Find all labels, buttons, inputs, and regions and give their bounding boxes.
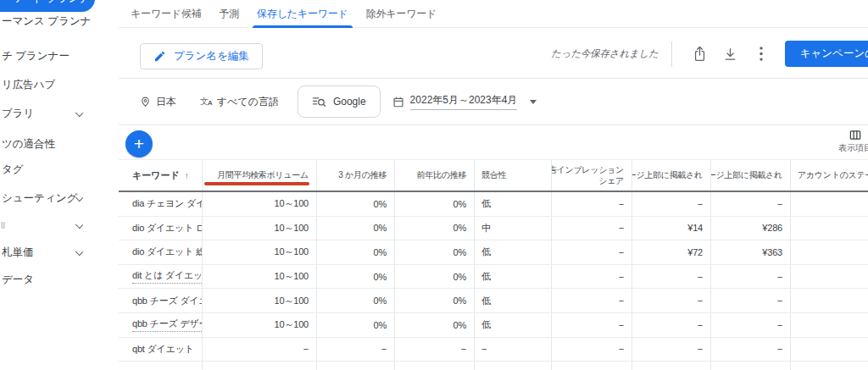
- tab-bar: キーワード候補 予測 保存したキーワード 除外キーワード: [119, 0, 868, 28]
- column-header-account-status[interactable]: アカウントのステータス: [790, 160, 868, 191]
- filter-bar: 日本 文A すべての言語 Google 2022年5月～2023年4月: [119, 79, 868, 125]
- top-bid-high-cell: −: [710, 265, 790, 289]
- annotation-red-underline: [204, 182, 309, 185]
- trend-yoy-cell: 0%: [394, 240, 474, 264]
- account-status-cell: [790, 289, 868, 312]
- trend-3m-cell: 0%: [316, 265, 394, 289]
- toolbar-right-group: たった今保存されました キャンペーンの作成: [551, 41, 868, 67]
- volume-cell: 10～100: [202, 217, 316, 240]
- keyword-cell[interactable]: dit とは ダイエット: [132, 269, 202, 284]
- tab-forecast[interactable]: 予測: [219, 0, 239, 28]
- search-network-icon: [312, 96, 326, 108]
- create-campaign-button[interactable]: キャンペーンの作成: [785, 41, 868, 67]
- impression-share-cell: −: [551, 313, 632, 337]
- sidebar-item-unlabeled[interactable]: [0, 218, 117, 233]
- plus-icon: +: [134, 134, 144, 154]
- sidebar-item-tag[interactable]: タグ: [0, 162, 117, 177]
- volume-cell: 10～100: [202, 265, 316, 289]
- account-status-cell: [790, 192, 868, 216]
- keyword-cell: qbt ダイエット: [132, 343, 194, 356]
- table-row[interactable]: dia チェヨン ダイ... 10～100 0% 0% 低 − − −: [119, 192, 868, 217]
- table-toolbar: + 表示項目: [119, 125, 868, 159]
- impression-share-cell: −: [551, 192, 632, 216]
- columns-control[interactable]: 表示項目: [826, 129, 868, 154]
- top-bid-high-cell: ¥363: [710, 240, 790, 264]
- column-header-top-of-page-bid-low[interactable]: ページ上部に掲載され: [632, 160, 710, 191]
- table-row[interactable]: qbb チーズ デザー... 10～100 0% 0% 低 − − −: [119, 313, 868, 338]
- sidebar-item-data[interactable]: データ: [0, 272, 117, 287]
- table-row[interactable]: dio ダイエット 総額 10～100 0% 0% 低 − ¥72 ¥363: [119, 240, 868, 265]
- clipped-text-fragment: [1, 222, 5, 229]
- network-selector-value: Google: [333, 96, 366, 108]
- volume-cell: 10～100: [202, 192, 316, 216]
- table-body: dia チェヨン ダイ... 10～100 0% 0% 低 − − − dio …: [119, 192, 868, 370]
- chevron-down-icon: [75, 248, 83, 256]
- keyword-cell: dio ダイエット 総額: [132, 246, 202, 258]
- impression-share-cell: −: [551, 240, 632, 264]
- language-filter[interactable]: 文A すべての言語: [200, 95, 279, 109]
- keyword-cell[interactable]: qbb チーズ デザー...: [132, 318, 202, 332]
- trend-3m-cell: 0%: [316, 240, 394, 264]
- tab-negative-keywords[interactable]: 除外キーワード: [366, 0, 437, 28]
- sort-ascending-icon: ↑: [185, 171, 189, 180]
- competition-cell: 低: [474, 265, 551, 289]
- tab-saved-keywords[interactable]: 保存したキーワード: [257, 0, 348, 28]
- impression-share-cell: −: [551, 289, 632, 312]
- column-header-competition[interactable]: 競合性: [474, 160, 551, 191]
- plan-toolbar: プラン名を編集 たった今保存されました キャンペーンの作成: [119, 28, 868, 79]
- columns-control-label: 表示項目: [838, 142, 868, 154]
- sidebar-item-content-suitability[interactable]: ツの適合性: [0, 136, 117, 152]
- column-header-yoy-change[interactable]: 前年比の推移: [394, 160, 474, 191]
- column-header-3month-change[interactable]: 3 か月の推移: [316, 160, 394, 191]
- top-bid-high-cell: −: [710, 338, 790, 362]
- volume-cell: −: [202, 338, 316, 362]
- sidebar-item-performance-planner[interactable]: ーマンス プランナ: [0, 14, 117, 29]
- account-status-cell: [790, 313, 868, 337]
- calendar-icon: [392, 96, 404, 108]
- tab-keyword-ideas[interactable]: キーワード候補: [131, 0, 201, 28]
- sidebar-item-library[interactable]: ブラリ: [0, 106, 117, 121]
- table-row[interactable]: qbt ダイエット − − − − − − −: [119, 338, 868, 362]
- sidebar-active-label: キーワード プランナ: [0, 0, 90, 6]
- account-status-cell: [790, 265, 868, 289]
- trend-3m-cell: 0%: [316, 289, 394, 312]
- keyword-cell: dia チェヨン ダイ...: [132, 197, 202, 210]
- sidebar-item-bids[interactable]: 札単価: [0, 245, 117, 260]
- sidebar-item-troubleshooting[interactable]: シューティング: [0, 191, 117, 206]
- add-keywords-fab[interactable]: +: [125, 130, 153, 157]
- keyword-cell: qbb チーズ ダイエ...: [132, 295, 202, 307]
- location-filter[interactable]: 日本: [140, 95, 176, 109]
- competition-cell: 低: [474, 192, 551, 216]
- sidebar-item-ads-hub[interactable]: リ広告ハブ: [0, 77, 117, 92]
- table-row[interactable]: qbb チーズ ダイエ... 10～100 0% 0% 低 − − −: [119, 289, 868, 313]
- share-button[interactable]: [690, 44, 710, 64]
- column-header-avg-monthly-searches[interactable]: 月間平均検索ボリューム: [202, 160, 316, 191]
- sidebar-item-keyword-planner-active[interactable]: キーワード プランナ: [0, 0, 95, 12]
- date-range-selector[interactable]: 2022年5月～2023年4月: [392, 93, 537, 110]
- impression-share-cell: −: [551, 338, 632, 362]
- network-selector[interactable]: Google: [298, 86, 381, 118]
- account-status-cell: [790, 338, 868, 362]
- table-header-row: キーワード ↑ 月間平均検索ボリューム 3 か月の推移 前年比の推移 競合性 広…: [119, 159, 868, 192]
- location-pin-icon: [140, 96, 151, 108]
- more-options-button[interactable]: [751, 44, 771, 64]
- column-header-top-of-page-bid-high[interactable]: ページ上部に掲載され: [710, 160, 790, 191]
- edit-plan-name-label: プラン名を編集: [174, 49, 249, 64]
- top-bid-low-cell: −: [632, 338, 710, 362]
- column-header-ad-impression-share[interactable]: 広告インプレッション シェア: [551, 160, 632, 191]
- language-filter-value: すべての言語: [217, 95, 279, 109]
- top-bid-low-cell: −: [632, 192, 710, 216]
- competition-cell: 低: [474, 289, 551, 312]
- impression-share-cell: −: [551, 217, 632, 240]
- top-bid-high-cell: −: [710, 192, 790, 216]
- column-header-keyword[interactable]: キーワード ↑: [119, 160, 202, 191]
- chevron-down-icon: [75, 221, 83, 229]
- edit-plan-name-button[interactable]: プラン名を編集: [140, 43, 263, 69]
- download-button[interactable]: [721, 44, 741, 64]
- table-row[interactable]: dit とは ダイエット 10～100 0% 0% 低 − − −: [119, 265, 868, 290]
- table-row[interactable]: dio ダイエット ロ... 10～100 0% 0% 中 − ¥14 ¥286: [119, 217, 868, 241]
- caret-down-icon: [530, 100, 537, 104]
- sidebar-item-reach-planner[interactable]: チ プランナー: [0, 48, 117, 64]
- date-range-value: 2022年5月～2023年4月: [410, 93, 518, 110]
- volume-cell: 10～100: [202, 289, 316, 312]
